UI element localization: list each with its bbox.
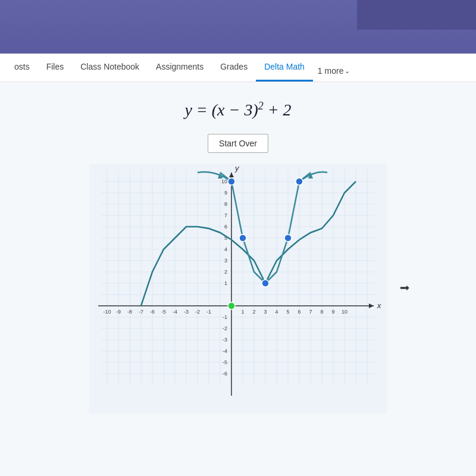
graph-svg: x y -10 -9 -8 -7 -6 -5 -4 -3 -2 -1 1 2 3… (89, 164, 387, 414)
svg-text:5: 5 (286, 309, 289, 315)
svg-text:4: 4 (224, 246, 227, 252)
svg-text:-1: -1 (206, 309, 211, 315)
svg-point-89 (262, 280, 269, 287)
svg-text:-2: -2 (223, 325, 227, 331)
svg-text:2: 2 (224, 269, 227, 275)
svg-text:-5: -5 (223, 359, 227, 365)
svg-text:1: 1 (241, 309, 244, 315)
svg-text:-4: -4 (223, 348, 227, 354)
nav-item-assignments[interactable]: Assignments (148, 54, 212, 82)
svg-text:-6: -6 (223, 371, 227, 377)
nav-item-delta-math[interactable]: Delta Math (256, 54, 313, 82)
svg-text:10: 10 (221, 178, 227, 184)
svg-text:3: 3 (264, 309, 267, 315)
nav-item-files[interactable]: Files (38, 54, 73, 82)
svg-text:7: 7 (224, 212, 227, 218)
svg-text:-4: -4 (173, 309, 177, 315)
svg-text:3: 3 (224, 258, 227, 264)
svg-text:-7: -7 (139, 309, 143, 315)
content-area: y = (x − 3)2 + 2 Start Over (0, 82, 476, 476)
nav-item-grades[interactable]: Grades (212, 54, 256, 82)
svg-text:7: 7 (309, 309, 312, 315)
svg-text:8: 8 (224, 201, 227, 207)
svg-text:8: 8 (320, 309, 323, 315)
top-bar (0, 0, 476, 54)
svg-point-90 (284, 234, 292, 242)
nav-item-class-notebook[interactable]: Class Notebook (72, 54, 148, 82)
svg-text:9: 9 (224, 190, 227, 196)
svg-text:1: 1 (224, 280, 227, 286)
svg-text:2: 2 (252, 309, 255, 315)
svg-text:9: 9 (331, 309, 334, 315)
svg-text:-5: -5 (161, 309, 166, 315)
svg-text:6: 6 (224, 224, 227, 230)
svg-text:-3: -3 (223, 337, 227, 343)
svg-text:-6: -6 (150, 309, 155, 315)
svg-text:-9: -9 (116, 309, 121, 315)
svg-text:-10: -10 (103, 309, 111, 315)
svg-point-92 (228, 302, 235, 309)
start-over-button[interactable]: Start Over (208, 134, 268, 153)
nav-item-posts[interactable]: osts (6, 54, 38, 82)
chevron-down-icon: ⌄ (345, 67, 350, 75)
svg-text:-2: -2 (195, 309, 200, 315)
nav-bar: osts Files Class Notebook Assignments Gr… (0, 54, 476, 82)
svg-text:4: 4 (275, 309, 278, 315)
svg-text:x: x (377, 301, 381, 310)
more-label: 1 more (318, 66, 344, 76)
graph-container: x y -10 -9 -8 -7 -6 -5 -4 -3 -2 -1 1 2 3… (89, 164, 387, 414)
equation-display: y = (x − 3)2 + 2 (184, 100, 291, 120)
svg-point-87 (228, 178, 235, 185)
svg-text:10: 10 (342, 309, 347, 315)
more-button[interactable]: 1 more ⌄ (313, 60, 355, 82)
svg-text:-3: -3 (184, 309, 189, 315)
svg-text:6: 6 (298, 309, 300, 315)
svg-rect-0 (89, 164, 387, 414)
top-bar-right-section (357, 0, 476, 30)
svg-text:-8: -8 (127, 309, 132, 315)
svg-point-88 (239, 234, 246, 242)
svg-point-91 (296, 178, 303, 185)
cursor-arrow: ⮕ (400, 283, 411, 295)
svg-text:-1: -1 (223, 314, 227, 320)
